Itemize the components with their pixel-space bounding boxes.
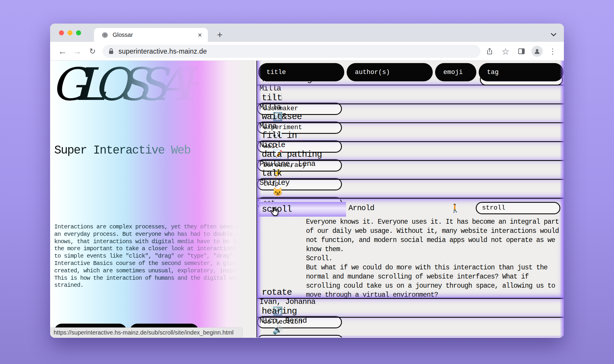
row-emoji: 🚶 bbox=[434, 203, 476, 213]
row-title[interactable]: fill in bbox=[257, 131, 343, 141]
row-authors: Nicole bbox=[257, 141, 345, 149]
browser-toolbar: ← → ↻ superinteractive.hs-mainz.de ☆ bbox=[50, 42, 564, 61]
forward-button[interactable]: → bbox=[71, 45, 83, 57]
zoom-window-button[interactable] bbox=[76, 30, 81, 35]
table-row[interactable]: talk Shirley 😼 cat bbox=[257, 179, 564, 198]
desktop-background: Glossar × + ← → ↻ superinteractive.hs-ma… bbox=[0, 0, 614, 364]
globe-favicon-icon bbox=[102, 32, 108, 38]
close-window-button[interactable] bbox=[59, 30, 64, 35]
page-content: GLOSSAR Super Interactive Web Interactio… bbox=[50, 61, 564, 337]
header-authors[interactable]: author(s) bbox=[347, 63, 433, 81]
row-title[interactable]: data pathing bbox=[257, 149, 343, 159]
row-authors: Milla bbox=[257, 103, 345, 112]
header-emoji[interactable]: emoji bbox=[435, 63, 476, 81]
row-title[interactable]: wait&see bbox=[257, 112, 343, 122]
minimize-window-button[interactable] bbox=[68, 30, 73, 35]
bookmark-star-icon[interactable]: ☆ bbox=[500, 45, 511, 57]
browser-tab[interactable]: Glossar × bbox=[94, 28, 208, 42]
row-authors: Shirley bbox=[257, 178, 345, 187]
table-header: g title author(s) emoji tag bbox=[257, 61, 564, 85]
address-bar[interactable]: superinteractive.hs-mainz.de bbox=[103, 45, 480, 58]
browser-menu-kebab-icon[interactable]: ⋮ bbox=[547, 45, 559, 57]
url-text: superinteractive.hs-mainz.de bbox=[118, 47, 207, 55]
row-tag-pill: stroll bbox=[476, 202, 560, 214]
window-controls[interactable] bbox=[59, 30, 81, 35]
glossar-wordmark: GLOSSAR bbox=[51, 61, 199, 111]
row-authors: Milla bbox=[257, 84, 345, 93]
row-emoji: 😼 bbox=[257, 187, 298, 197]
row-title[interactable]: tilt bbox=[257, 93, 343, 103]
row-authors: Arnold bbox=[346, 204, 434, 213]
lock-icon bbox=[108, 48, 114, 55]
intro-paragraph: Interactions are complex processes, yet … bbox=[54, 223, 255, 306]
reload-button[interactable]: ↻ bbox=[87, 45, 98, 57]
back-button[interactable]: ← bbox=[57, 45, 68, 57]
row-tag-pill: auditory perception bbox=[257, 335, 343, 337]
row-authors: Ivan, Johanna bbox=[257, 297, 345, 306]
glossary-left-panel: GLOSSAR Super Interactive Web Interactio… bbox=[50, 61, 256, 337]
site-heading: Super Interactive Web bbox=[54, 144, 190, 157]
hand-cursor-icon bbox=[269, 206, 279, 217]
row-title[interactable]: hearing bbox=[257, 306, 343, 316]
row-authors: Mina bbox=[257, 122, 345, 131]
header-title[interactable]: title bbox=[258, 63, 344, 81]
tab-search-chevron-icon[interactable] bbox=[550, 31, 557, 38]
row-emoji: 🔊 bbox=[257, 325, 298, 335]
profile-avatar[interactable] bbox=[531, 46, 543, 57]
share-icon[interactable] bbox=[484, 45, 496, 57]
row-title[interactable]: rotate bbox=[257, 287, 343, 297]
row-title[interactable]: talk bbox=[257, 168, 343, 178]
side-panel-icon[interactable] bbox=[516, 45, 527, 57]
new-tab-button[interactable]: + bbox=[213, 28, 227, 42]
tab-strip: Glossar × + bbox=[50, 24, 564, 42]
header-tag[interactable]: tag bbox=[479, 63, 564, 81]
row-authors: Pauline, Lena bbox=[257, 159, 345, 168]
table-row[interactable]: scroll Arnold 🚶 stroll Everyone knows it… bbox=[257, 198, 564, 298]
table-rows: kitchening Milla 🍽️ dishmaker tilt Milla… bbox=[257, 85, 564, 336]
status-bar-link-preview: https://superinteractive.hs-mainz.de/sub… bbox=[50, 327, 243, 337]
table-row[interactable]: hearing Nico, Bernd 🔊 auditory perceptio… bbox=[257, 317, 564, 336]
browser-window: Glossar × + ← → ↻ superinteractive.hs-ma… bbox=[50, 24, 564, 338]
tab-title: Glossar bbox=[113, 32, 197, 38]
row-authors: Nico, Bernd bbox=[257, 316, 345, 325]
glossary-table: g title author(s) emoji tag kitchening M… bbox=[256, 61, 564, 337]
close-tab-icon[interactable]: × bbox=[197, 31, 203, 39]
